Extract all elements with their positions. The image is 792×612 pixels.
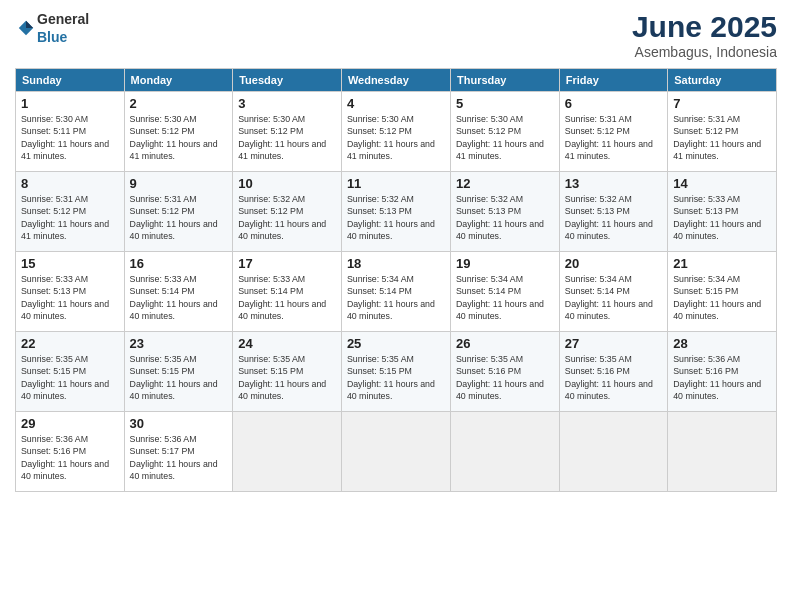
calendar-day-cell: 28 Sunrise: 5:36 AM Sunset: 5:16 PM Dayl… [668, 332, 777, 412]
calendar-day-cell: 4 Sunrise: 5:30 AM Sunset: 5:12 PM Dayli… [341, 92, 450, 172]
day-info: Sunrise: 5:32 AM Sunset: 5:13 PM Dayligh… [347, 193, 445, 242]
day-info: Sunrise: 5:31 AM Sunset: 5:12 PM Dayligh… [565, 113, 662, 162]
day-info: Sunrise: 5:35 AM Sunset: 5:15 PM Dayligh… [130, 353, 228, 402]
col-friday: Friday [559, 69, 667, 92]
calendar-day-cell: 6 Sunrise: 5:31 AM Sunset: 5:12 PM Dayli… [559, 92, 667, 172]
day-number: 18 [347, 256, 445, 271]
logo-general: General [37, 11, 89, 27]
calendar-day-cell: 9 Sunrise: 5:31 AM Sunset: 5:12 PM Dayli… [124, 172, 233, 252]
col-wednesday: Wednesday [341, 69, 450, 92]
calendar-week-row: 1 Sunrise: 5:30 AM Sunset: 5:11 PM Dayli… [16, 92, 777, 172]
day-number: 9 [130, 176, 228, 191]
logo-blue: Blue [37, 29, 67, 45]
day-number: 1 [21, 96, 119, 111]
day-info: Sunrise: 5:34 AM Sunset: 5:15 PM Dayligh… [673, 273, 771, 322]
header: General Blue June 2025 Asembagus, Indone… [15, 10, 777, 60]
logo: General Blue [15, 10, 89, 46]
day-number: 5 [456, 96, 554, 111]
day-info: Sunrise: 5:32 AM Sunset: 5:12 PM Dayligh… [238, 193, 336, 242]
calendar-day-cell: 5 Sunrise: 5:30 AM Sunset: 5:12 PM Dayli… [450, 92, 559, 172]
day-info: Sunrise: 5:30 AM Sunset: 5:11 PM Dayligh… [21, 113, 119, 162]
day-number: 27 [565, 336, 662, 351]
calendar-day-cell: 20 Sunrise: 5:34 AM Sunset: 5:14 PM Dayl… [559, 252, 667, 332]
col-thursday: Thursday [450, 69, 559, 92]
day-info: Sunrise: 5:30 AM Sunset: 5:12 PM Dayligh… [456, 113, 554, 162]
day-info: Sunrise: 5:30 AM Sunset: 5:12 PM Dayligh… [130, 113, 228, 162]
calendar-day-cell: 10 Sunrise: 5:32 AM Sunset: 5:12 PM Dayl… [233, 172, 342, 252]
calendar-day-cell: 19 Sunrise: 5:34 AM Sunset: 5:14 PM Dayl… [450, 252, 559, 332]
calendar-day-cell [450, 412, 559, 492]
day-info: Sunrise: 5:34 AM Sunset: 5:14 PM Dayligh… [347, 273, 445, 322]
calendar-day-cell: 22 Sunrise: 5:35 AM Sunset: 5:15 PM Dayl… [16, 332, 125, 412]
calendar-day-cell: 21 Sunrise: 5:34 AM Sunset: 5:15 PM Dayl… [668, 252, 777, 332]
title-block: June 2025 Asembagus, Indonesia [632, 10, 777, 60]
day-number: 29 [21, 416, 119, 431]
day-info: Sunrise: 5:31 AM Sunset: 5:12 PM Dayligh… [673, 113, 771, 162]
day-number: 23 [130, 336, 228, 351]
day-number: 3 [238, 96, 336, 111]
day-number: 20 [565, 256, 662, 271]
day-info: Sunrise: 5:36 AM Sunset: 5:17 PM Dayligh… [130, 433, 228, 482]
day-info: Sunrise: 5:32 AM Sunset: 5:13 PM Dayligh… [456, 193, 554, 242]
location-title: Asembagus, Indonesia [632, 44, 777, 60]
day-info: Sunrise: 5:36 AM Sunset: 5:16 PM Dayligh… [673, 353, 771, 402]
calendar-day-cell: 23 Sunrise: 5:35 AM Sunset: 5:15 PM Dayl… [124, 332, 233, 412]
calendar-day-cell: 7 Sunrise: 5:31 AM Sunset: 5:12 PM Dayli… [668, 92, 777, 172]
day-info: Sunrise: 5:35 AM Sunset: 5:15 PM Dayligh… [21, 353, 119, 402]
day-number: 28 [673, 336, 771, 351]
svg-marker-1 [26, 21, 33, 28]
day-number: 30 [130, 416, 228, 431]
day-info: Sunrise: 5:34 AM Sunset: 5:14 PM Dayligh… [456, 273, 554, 322]
day-number: 24 [238, 336, 336, 351]
calendar-day-cell: 3 Sunrise: 5:30 AM Sunset: 5:12 PM Dayli… [233, 92, 342, 172]
day-info: Sunrise: 5:33 AM Sunset: 5:14 PM Dayligh… [238, 273, 336, 322]
day-number: 2 [130, 96, 228, 111]
day-number: 4 [347, 96, 445, 111]
day-number: 7 [673, 96, 771, 111]
day-number: 19 [456, 256, 554, 271]
day-info: Sunrise: 5:33 AM Sunset: 5:13 PM Dayligh… [673, 193, 771, 242]
day-number: 6 [565, 96, 662, 111]
col-saturday: Saturday [668, 69, 777, 92]
calendar-day-cell: 15 Sunrise: 5:33 AM Sunset: 5:13 PM Dayl… [16, 252, 125, 332]
day-info: Sunrise: 5:31 AM Sunset: 5:12 PM Dayligh… [21, 193, 119, 242]
day-info: Sunrise: 5:31 AM Sunset: 5:12 PM Dayligh… [130, 193, 228, 242]
day-number: 26 [456, 336, 554, 351]
month-title: June 2025 [632, 10, 777, 44]
calendar-day-cell: 29 Sunrise: 5:36 AM Sunset: 5:16 PM Dayl… [16, 412, 125, 492]
calendar-day-cell: 11 Sunrise: 5:32 AM Sunset: 5:13 PM Dayl… [341, 172, 450, 252]
calendar-day-cell: 8 Sunrise: 5:31 AM Sunset: 5:12 PM Dayli… [16, 172, 125, 252]
calendar-day-cell: 17 Sunrise: 5:33 AM Sunset: 5:14 PM Dayl… [233, 252, 342, 332]
day-info: Sunrise: 5:33 AM Sunset: 5:14 PM Dayligh… [130, 273, 228, 322]
day-info: Sunrise: 5:33 AM Sunset: 5:13 PM Dayligh… [21, 273, 119, 322]
day-number: 14 [673, 176, 771, 191]
calendar-day-cell: 14 Sunrise: 5:33 AM Sunset: 5:13 PM Dayl… [668, 172, 777, 252]
calendar-day-cell: 25 Sunrise: 5:35 AM Sunset: 5:15 PM Dayl… [341, 332, 450, 412]
day-number: 13 [565, 176, 662, 191]
calendar-day-cell: 12 Sunrise: 5:32 AM Sunset: 5:13 PM Dayl… [450, 172, 559, 252]
day-info: Sunrise: 5:35 AM Sunset: 5:15 PM Dayligh… [347, 353, 445, 402]
day-number: 21 [673, 256, 771, 271]
day-info: Sunrise: 5:34 AM Sunset: 5:14 PM Dayligh… [565, 273, 662, 322]
day-info: Sunrise: 5:35 AM Sunset: 5:16 PM Dayligh… [456, 353, 554, 402]
calendar-day-cell [341, 412, 450, 492]
day-number: 22 [21, 336, 119, 351]
day-info: Sunrise: 5:30 AM Sunset: 5:12 PM Dayligh… [347, 113, 445, 162]
calendar-day-cell: 24 Sunrise: 5:35 AM Sunset: 5:15 PM Dayl… [233, 332, 342, 412]
main-container: General Blue June 2025 Asembagus, Indone… [0, 0, 792, 612]
day-info: Sunrise: 5:30 AM Sunset: 5:12 PM Dayligh… [238, 113, 336, 162]
day-info: Sunrise: 5:32 AM Sunset: 5:13 PM Dayligh… [565, 193, 662, 242]
day-info: Sunrise: 5:35 AM Sunset: 5:16 PM Dayligh… [565, 353, 662, 402]
day-number: 8 [21, 176, 119, 191]
calendar-day-cell: 27 Sunrise: 5:35 AM Sunset: 5:16 PM Dayl… [559, 332, 667, 412]
weekday-header-row: Sunday Monday Tuesday Wednesday Thursday… [16, 69, 777, 92]
day-number: 15 [21, 256, 119, 271]
calendar-day-cell [559, 412, 667, 492]
calendar-day-cell: 2 Sunrise: 5:30 AM Sunset: 5:12 PM Dayli… [124, 92, 233, 172]
day-info: Sunrise: 5:35 AM Sunset: 5:15 PM Dayligh… [238, 353, 336, 402]
col-sunday: Sunday [16, 69, 125, 92]
calendar-day-cell: 1 Sunrise: 5:30 AM Sunset: 5:11 PM Dayli… [16, 92, 125, 172]
calendar-week-row: 29 Sunrise: 5:36 AM Sunset: 5:16 PM Dayl… [16, 412, 777, 492]
calendar-day-cell [233, 412, 342, 492]
calendar-week-row: 15 Sunrise: 5:33 AM Sunset: 5:13 PM Dayl… [16, 252, 777, 332]
